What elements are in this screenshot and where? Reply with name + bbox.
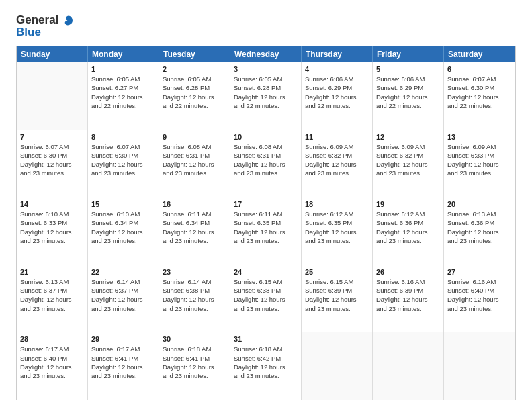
- day-number: 5: [376, 65, 440, 73]
- day-cell-1: 1Sunrise: 6:05 AMSunset: 6:27 PMDaylight…: [88, 62, 159, 130]
- sun-info: Sunrise: 6:06 AMSunset: 6:29 PMDaylight:…: [376, 75, 440, 110]
- day-number: 25: [305, 268, 369, 276]
- day-number: 13: [447, 133, 512, 141]
- sun-info: Sunrise: 6:11 AMSunset: 6:35 PMDaylight:…: [234, 210, 298, 245]
- day-number: 27: [447, 268, 512, 276]
- sun-info: Sunrise: 6:17 AMSunset: 6:41 PMDaylight:…: [91, 345, 155, 380]
- calendar: SundayMondayTuesdayWednesdayThursdayFrid…: [16, 46, 516, 400]
- day-cell-4: 4Sunrise: 6:06 AMSunset: 6:29 PMDaylight…: [302, 62, 373, 130]
- empty-cell: [373, 332, 444, 400]
- day-cell-14: 14Sunrise: 6:10 AMSunset: 6:33 PMDayligh…: [17, 197, 88, 265]
- sun-info: Sunrise: 6:08 AMSunset: 6:31 PMDaylight:…: [234, 142, 298, 178]
- day-number: 3: [234, 65, 298, 73]
- day-cell-24: 24Sunrise: 6:15 AMSunset: 6:38 PMDayligh…: [230, 265, 302, 332]
- day-cell-16: 16Sunrise: 6:11 AMSunset: 6:34 PMDayligh…: [159, 197, 230, 265]
- sun-info: Sunrise: 6:10 AMSunset: 6:33 PMDaylight:…: [20, 210, 84, 245]
- sun-info: Sunrise: 6:17 AMSunset: 6:40 PMDaylight:…: [20, 345, 84, 380]
- calendar-header: SundayMondayTuesdayWednesdayThursdayFrid…: [17, 46, 515, 62]
- empty-cell: [302, 332, 373, 400]
- day-cell-30: 30Sunrise: 6:18 AMSunset: 6:41 PMDayligh…: [159, 332, 230, 400]
- day-cell-23: 23Sunrise: 6:14 AMSunset: 6:38 PMDayligh…: [159, 265, 230, 332]
- sun-info: Sunrise: 6:09 AMSunset: 6:32 PMDaylight:…: [376, 142, 440, 178]
- header: General Blue: [16, 13, 516, 39]
- day-cell-18: 18Sunrise: 6:12 AMSunset: 6:35 PMDayligh…: [302, 197, 373, 265]
- sun-info: Sunrise: 6:07 AMSunset: 6:30 PMDaylight:…: [447, 75, 512, 110]
- day-cell-21: 21Sunrise: 6:13 AMSunset: 6:37 PMDayligh…: [17, 265, 88, 332]
- logo: General Blue: [16, 13, 75, 39]
- day-number: 14: [20, 200, 84, 208]
- day-cell-19: 19Sunrise: 6:12 AMSunset: 6:36 PMDayligh…: [373, 197, 444, 265]
- sun-info: Sunrise: 6:15 AMSunset: 6:38 PMDaylight:…: [234, 277, 298, 313]
- day-number: 18: [305, 200, 369, 208]
- empty-cell: [17, 62, 88, 130]
- day-cell-9: 9Sunrise: 6:08 AMSunset: 6:31 PMDaylight…: [159, 130, 230, 197]
- day-cell-27: 27Sunrise: 6:16 AMSunset: 6:40 PMDayligh…: [444, 265, 515, 332]
- header-day-thursday: Thursday: [302, 46, 373, 62]
- day-cell-11: 11Sunrise: 6:09 AMSunset: 6:32 PMDayligh…: [302, 130, 373, 197]
- sun-info: Sunrise: 6:11 AMSunset: 6:34 PMDaylight:…: [163, 210, 226, 245]
- day-number: 28: [20, 335, 84, 343]
- day-number: 21: [20, 268, 84, 276]
- header-day-wednesday: Wednesday: [230, 46, 302, 62]
- day-cell-2: 2Sunrise: 6:05 AMSunset: 6:28 PMDaylight…: [159, 62, 230, 130]
- empty-cell: [444, 332, 515, 400]
- day-number: 31: [234, 335, 298, 343]
- header-day-monday: Monday: [88, 46, 159, 62]
- header-day-saturday: Saturday: [444, 46, 515, 62]
- day-cell-20: 20Sunrise: 6:13 AMSunset: 6:36 PMDayligh…: [444, 197, 515, 265]
- day-cell-29: 29Sunrise: 6:17 AMSunset: 6:41 PMDayligh…: [88, 332, 159, 400]
- sun-info: Sunrise: 6:15 AMSunset: 6:39 PMDaylight:…: [305, 277, 369, 313]
- day-cell-17: 17Sunrise: 6:11 AMSunset: 6:35 PMDayligh…: [230, 197, 302, 265]
- day-cell-12: 12Sunrise: 6:09 AMSunset: 6:32 PMDayligh…: [373, 130, 444, 197]
- week-row-0: 1Sunrise: 6:05 AMSunset: 6:27 PMDaylight…: [17, 62, 515, 130]
- header-day-tuesday: Tuesday: [159, 46, 230, 62]
- day-cell-25: 25Sunrise: 6:15 AMSunset: 6:39 PMDayligh…: [302, 265, 373, 332]
- day-cell-15: 15Sunrise: 6:10 AMSunset: 6:34 PMDayligh…: [88, 197, 159, 265]
- sun-info: Sunrise: 6:06 AMSunset: 6:29 PMDaylight:…: [305, 75, 369, 110]
- sun-info: Sunrise: 6:13 AMSunset: 6:36 PMDaylight:…: [447, 210, 512, 245]
- day-number: 12: [376, 133, 440, 141]
- day-cell-10: 10Sunrise: 6:08 AMSunset: 6:31 PMDayligh…: [230, 130, 302, 197]
- sun-info: Sunrise: 6:09 AMSunset: 6:33 PMDaylight:…: [447, 142, 512, 178]
- sun-info: Sunrise: 6:16 AMSunset: 6:39 PMDaylight:…: [376, 277, 440, 313]
- day-number: 16: [163, 200, 226, 208]
- day-number: 6: [447, 65, 512, 73]
- day-cell-26: 26Sunrise: 6:16 AMSunset: 6:39 PMDayligh…: [373, 265, 444, 332]
- sun-info: Sunrise: 6:12 AMSunset: 6:36 PMDaylight:…: [376, 210, 440, 245]
- sun-info: Sunrise: 6:10 AMSunset: 6:34 PMDaylight:…: [91, 210, 155, 245]
- day-cell-6: 6Sunrise: 6:07 AMSunset: 6:30 PMDaylight…: [444, 62, 515, 130]
- sun-info: Sunrise: 6:07 AMSunset: 6:30 PMDaylight:…: [91, 142, 155, 178]
- day-cell-8: 8Sunrise: 6:07 AMSunset: 6:30 PMDaylight…: [88, 130, 159, 197]
- day-cell-22: 22Sunrise: 6:14 AMSunset: 6:37 PMDayligh…: [88, 265, 159, 332]
- day-number: 19: [376, 200, 440, 208]
- day-number: 20: [447, 200, 512, 208]
- sun-info: Sunrise: 6:08 AMSunset: 6:31 PMDaylight:…: [163, 142, 226, 178]
- sun-info: Sunrise: 6:18 AMSunset: 6:41 PMDaylight:…: [163, 345, 226, 380]
- day-number: 26: [376, 268, 440, 276]
- sun-info: Sunrise: 6:16 AMSunset: 6:40 PMDaylight:…: [447, 277, 512, 313]
- day-number: 17: [234, 200, 298, 208]
- logo-general-text: General: [16, 13, 58, 26]
- day-number: 8: [91, 133, 155, 141]
- week-row-1: 7Sunrise: 6:07 AMSunset: 6:30 PMDaylight…: [17, 130, 515, 198]
- sun-info: Sunrise: 6:18 AMSunset: 6:42 PMDaylight:…: [234, 345, 298, 380]
- day-cell-13: 13Sunrise: 6:09 AMSunset: 6:33 PMDayligh…: [444, 130, 515, 197]
- day-number: 29: [91, 335, 155, 343]
- day-number: 4: [305, 65, 369, 73]
- calendar-body: 1Sunrise: 6:05 AMSunset: 6:27 PMDaylight…: [17, 62, 515, 400]
- sun-info: Sunrise: 6:14 AMSunset: 6:37 PMDaylight:…: [91, 277, 155, 313]
- day-number: 23: [163, 268, 226, 276]
- sun-info: Sunrise: 6:12 AMSunset: 6:35 PMDaylight:…: [305, 210, 369, 245]
- week-row-4: 28Sunrise: 6:17 AMSunset: 6:40 PMDayligh…: [17, 332, 515, 400]
- day-cell-5: 5Sunrise: 6:06 AMSunset: 6:29 PMDaylight…: [373, 62, 444, 130]
- sun-info: Sunrise: 6:14 AMSunset: 6:38 PMDaylight:…: [163, 277, 226, 313]
- day-number: 1: [91, 65, 155, 73]
- day-number: 11: [305, 133, 369, 141]
- day-cell-3: 3Sunrise: 6:05 AMSunset: 6:28 PMDaylight…: [230, 62, 302, 130]
- day-number: 2: [163, 65, 226, 73]
- day-cell-28: 28Sunrise: 6:17 AMSunset: 6:40 PMDayligh…: [17, 332, 88, 400]
- header-day-friday: Friday: [373, 46, 444, 62]
- day-cell-7: 7Sunrise: 6:07 AMSunset: 6:30 PMDaylight…: [17, 130, 88, 197]
- day-number: 10: [234, 133, 298, 141]
- day-number: 22: [91, 268, 155, 276]
